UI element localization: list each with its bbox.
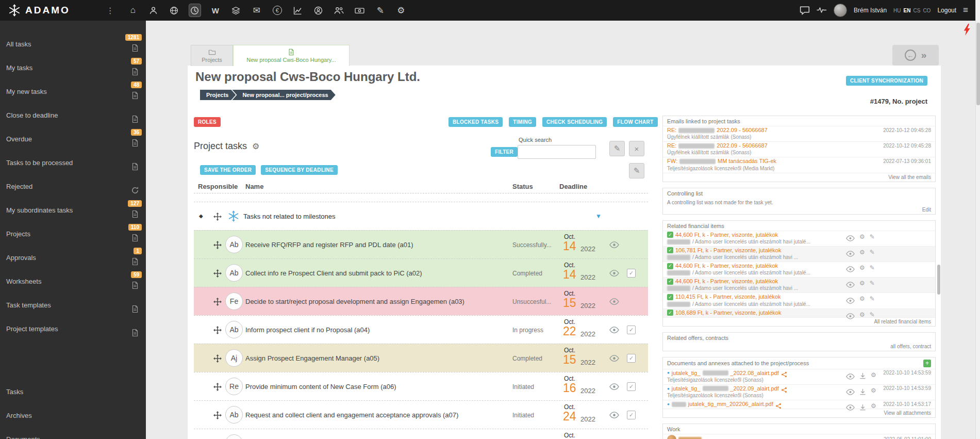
task-name[interactable]: Inform prospect client if no Proposal (a… [245,326,503,334]
task-name[interactable]: Decide to start/reject proposal developm… [245,298,503,305]
network-icon[interactable] [168,4,180,17]
edit-pencil-icon[interactable]: ✎ [870,233,875,240]
gear-icon[interactable]: ⚙ [871,402,876,410]
task-name[interactable]: Request and collect client and engagemen… [245,411,503,419]
view-all-attachments-link[interactable]: View all attachments [884,410,931,416]
email-item[interactable]: RE: 2022.09 - 56066687 2022-10-12 09:45:… [663,126,935,141]
tab-projects[interactable]: Projects [191,45,233,66]
mail-icon[interactable]: ✉ [251,4,263,17]
task-name[interactable]: Provide minimum content of New Case Form… [245,383,503,391]
financial-item[interactable]: ✓ 44,600 Ft, k - Partner, viszonte, juta… [663,277,935,292]
time-tracking-icon[interactable] [189,4,201,17]
task-name[interactable]: Assign Prospect Engagement Manager (a05) [245,354,503,362]
view-task-icon[interactable] [609,269,619,276]
sidebar-item-rejected[interactable]: Rejected [0,174,146,198]
window-scrollbar[interactable] [975,0,980,439]
financial-link[interactable]: 44,600 Ft, k - Partner, viszonte, jutalé… [675,278,778,285]
app-logo[interactable]: ADAMO [0,4,70,17]
drag-handle-icon[interactable] [213,411,222,419]
edit-pencil-icon[interactable]: ✎ [870,311,875,318]
view-icon[interactable] [846,265,855,271]
sidebar-item-project-templates[interactable]: Project templates [0,317,146,340]
hamburger-menu-icon[interactable]: ≡ [963,5,968,15]
milestone-group-row[interactable]: ◆ Tasks not related to milestones ▼ [194,202,648,230]
modules-icon[interactable] [230,4,242,17]
save-order-button[interactable]: SAVE THE ORDER [200,165,256,175]
share-icon[interactable] [781,385,787,392]
view-icon[interactable] [846,387,855,394]
document-filename[interactable]: jutalek_tig_mm_202206_alairt.pdf [688,401,773,408]
email-subject[interactable]: 2022.09 - 56066687 [717,142,767,149]
download-icon[interactable] [859,403,866,410]
sidebar-item-worksheets[interactable]: Worksheets 59 [0,269,146,293]
edit-list-button[interactable]: ✎ [629,163,644,178]
sidebar-item-all-tasks[interactable]: All tasks 1281 [0,32,146,56]
document-filename-prefix[interactable]: jutalek_tig_ [672,370,701,377]
panel-scrollbar-thumb[interactable] [937,265,940,295]
close-button[interactable]: × [629,141,644,156]
drag-handle-icon[interactable] [213,383,222,391]
add-attachment-button[interactable]: + [923,360,931,367]
financial-item[interactable]: ✓ 110,415 Ft, k - Partner, viszonte, jut… [663,292,935,308]
task-row[interactable]: Re Provide minimum content of New Case F… [194,372,648,400]
drag-handle-icon[interactable] [213,241,222,249]
financial-item[interactable]: ✓ 44,600 Ft, k - Partner, viszonte, juta… [663,262,935,277]
view-icon[interactable] [846,312,855,318]
edit-tasks-button[interactable]: ✎ [609,141,625,156]
view-task-icon[interactable] [609,383,619,389]
share-icon[interactable] [775,401,782,408]
view-task-icon[interactable] [609,326,619,333]
tab-active-project[interactable]: New proposal Cws-Boco Hungary... [233,45,350,66]
sidebar-item-my-tasks[interactable]: My tasks 57 [0,56,146,79]
users-icon[interactable] [333,4,345,17]
collapse-icon[interactable]: ▼ [595,213,602,220]
document-item[interactable]: ● jutalek_tig_ _2022.09_alairt.pdf 2022-… [663,384,935,400]
drag-handle-icon[interactable] [213,326,222,334]
all-financial-items-link[interactable]: All related financial items [874,319,931,324]
view-task-icon[interactable] [609,298,619,304]
document-filename[interactable]: _2022.08_alairt.pdf [730,370,779,377]
edit-pencil-icon[interactable]: ✎ [870,264,875,271]
gear-icon[interactable]: ⚙ [859,311,865,318]
quick-search-input[interactable] [518,145,596,159]
lang-cs[interactable]: CS [913,8,920,13]
sidebar-item-tasks[interactable]: Tasks [0,380,146,403]
forward-chevrons-icon[interactable]: » [921,50,927,61]
expander-icon[interactable]: ◆ [199,213,203,219]
gear-icon[interactable]: ⚙ [859,280,865,287]
download-icon[interactable] [859,387,866,394]
financial-link[interactable]: 110,415 Ft, k - Partner, viszonte, jutal… [675,294,781,300]
blocked-tasks-button[interactable]: BLOCKED TASKS [449,117,503,127]
gear-icon[interactable]: ⚙ [859,233,865,240]
logout-button[interactable]: Logout [937,7,956,14]
chat-icon[interactable] [800,6,810,15]
all-offers-link[interactable]: all offers, contract [890,344,931,349]
breadcrumb-projects[interactable]: Projects [200,90,236,100]
view-task-icon[interactable] [609,411,619,418]
sidebar-item-tasks-to-be-processed[interactable]: Tasks to be processed [0,151,146,174]
back-arrow-icon[interactable]: ← [905,50,916,61]
activity-pulse-icon[interactable] [817,6,827,15]
task-row[interactable]: Fe Decide to start/reject proposal devel… [194,287,648,315]
task-row[interactable]: Oct. [194,429,648,439]
edit-pencil-icon[interactable]: ✎ [870,249,875,256]
view-icon[interactable] [846,372,855,378]
payments-icon[interactable] [354,4,366,17]
email-subject[interactable]: MM tanácsadás TIG-ek [718,158,776,165]
edit-pencil-icon[interactable]: ✎ [870,280,875,287]
contacts-icon[interactable] [147,4,160,17]
timing-button[interactable]: TIMING [509,117,536,127]
sidebar-item-approvals[interactable]: Approvals 1 [0,246,146,269]
gear-icon[interactable]: ⚙ [871,371,876,379]
document-item[interactable]: ● jutalek_tig_ _2022.08_alairt.pdf 2022-… [663,369,935,384]
financial-item[interactable]: ✓ 108,689 Ft, k - Partner, viszonte, jut… [663,308,935,317]
work-item[interactable]: 2022-05-02 11:01:00 munkavégzés ideje 1:… [663,434,935,439]
sidebar-item-archives[interactable]: Archives [0,403,146,427]
settings-gear-icon[interactable]: ⚙ [395,4,407,17]
email-subject-prefix[interactable]: RE: [667,142,676,149]
lang-co[interactable]: CO [923,8,931,13]
controlling-edit-link[interactable]: Edit [922,207,931,213]
view-all-emails-link[interactable]: View all the emails [888,174,931,180]
view-icon[interactable] [846,296,855,302]
sequence-by-deadline-button[interactable]: SEQUENCE BY DEADLINE [261,165,338,175]
